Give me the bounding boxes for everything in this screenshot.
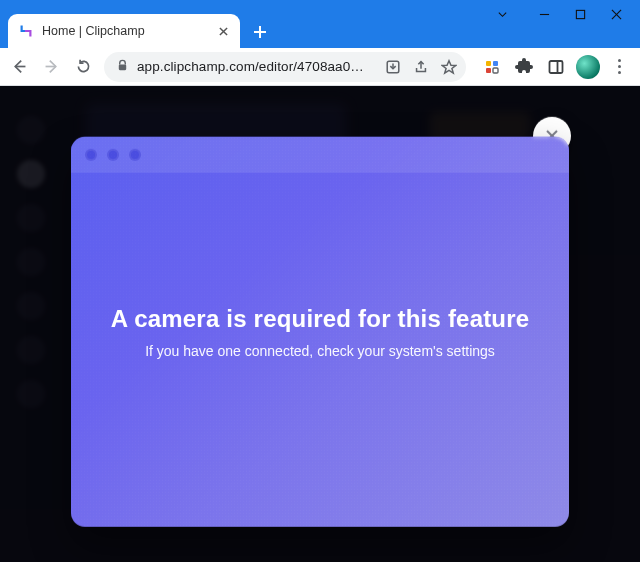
window-dropdown-icon[interactable] <box>496 8 508 20</box>
side-panel-icon[interactable] <box>544 55 568 79</box>
bookmark-star-icon[interactable] <box>440 58 458 76</box>
window-maximize-icon[interactable] <box>574 8 586 20</box>
profile-avatar[interactable] <box>576 55 600 79</box>
browser-toolbar: app.clipchamp.com/editor/4708aa0… <box>0 48 640 86</box>
reload-button[interactable] <box>68 52 98 82</box>
app-content: A camera is required for this feature If… <box>0 86 640 562</box>
svg-rect-16 <box>486 68 491 73</box>
extension-badge-icon[interactable] <box>480 55 504 79</box>
svg-rect-14 <box>486 61 491 66</box>
window-minimize-icon[interactable] <box>538 8 550 20</box>
svg-rect-1 <box>576 10 584 18</box>
lock-icon <box>116 59 129 75</box>
omnibox-actions <box>384 58 458 76</box>
svg-rect-18 <box>550 61 563 73</box>
extensions-area <box>472 55 634 79</box>
clipchamp-favicon-icon <box>18 23 34 39</box>
window-close-icon[interactable] <box>610 8 622 20</box>
modal-card: A camera is required for this feature If… <box>71 137 569 527</box>
modal-heading: A camera is required for this feature <box>111 305 530 333</box>
modal-body: A camera is required for this feature If… <box>71 137 569 527</box>
window-controls <box>478 0 640 28</box>
omnibox[interactable]: app.clipchamp.com/editor/4708aa0… <box>104 52 466 82</box>
svg-marker-13 <box>442 60 455 72</box>
extensions-puzzle-icon[interactable] <box>512 55 536 79</box>
modal-subtext: If you have one connected, check your sy… <box>145 343 495 359</box>
svg-rect-15 <box>493 61 498 66</box>
browser-menu-icon[interactable] <box>608 59 630 74</box>
forward-button[interactable] <box>36 52 66 82</box>
share-icon[interactable] <box>412 58 430 76</box>
new-tab-button[interactable] <box>246 18 274 46</box>
svg-rect-10 <box>119 64 126 70</box>
svg-rect-17 <box>493 68 498 73</box>
tab-title: Home | Clipchamp <box>42 24 208 38</box>
tab-active[interactable]: Home | Clipchamp <box>8 14 240 48</box>
tab-close-icon[interactable] <box>216 24 230 38</box>
omnibox-url: app.clipchamp.com/editor/4708aa0… <box>137 59 376 74</box>
back-button[interactable] <box>4 52 34 82</box>
install-app-icon[interactable] <box>384 58 402 76</box>
modal: A camera is required for this feature If… <box>71 137 569 527</box>
